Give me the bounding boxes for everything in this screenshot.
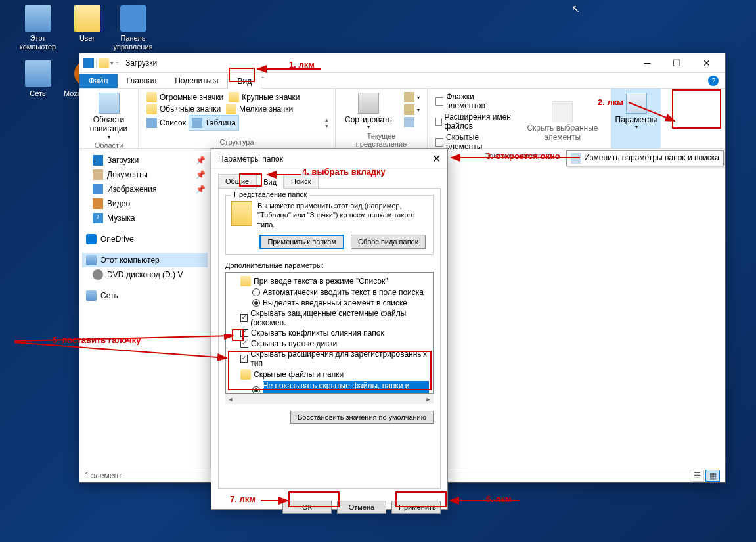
dialog-title: Параметры папок (218, 154, 283, 164)
view-details-button[interactable]: ☰ (690, 470, 704, 482)
view-icons-button[interactable]: ▦ (705, 470, 720, 482)
tab-file[interactable]: Файл (79, 74, 118, 88)
close-button[interactable]: ✕ (692, 54, 721, 72)
layout-list[interactable]: Список (144, 115, 189, 131)
dvd-icon (93, 269, 103, 280)
group-by-button[interactable]: ▾ (401, 91, 422, 103)
maximize-button[interactable]: ☐ (662, 54, 692, 72)
ok-button[interactable]: ОК (282, 501, 332, 514)
show-extensions[interactable]: Расширения имен файлов (433, 112, 514, 131)
help-icon[interactable]: ? (708, 76, 719, 86)
tab-home[interactable]: Главная (118, 74, 166, 88)
music-icon: ♪ (93, 213, 103, 223)
ribbon-expand-icon[interactable]: ˇ (261, 76, 264, 85)
checkbox-icon (435, 97, 443, 106)
apply-button[interactable]: Применить (391, 501, 441, 514)
hide-icon (552, 101, 573, 122)
advanced-settings-list[interactable]: При вводе текста в режиме "Список" Автом… (225, 272, 434, 394)
layout-normal[interactable]: Обычные значки (144, 103, 223, 115)
adv-hide-system[interactable]: Скрывать защищенные системные файлы (рек… (229, 308, 430, 328)
adv-auto-type[interactable]: Автоматически вводить текст в поле поиск… (229, 287, 430, 298)
folderview-legend: Представление папок (231, 191, 309, 198)
control-panel-icon (120, 5, 146, 32)
network-icon (86, 290, 97, 301)
tree-video[interactable]: Видео (82, 196, 208, 211)
layout-huge[interactable]: Огромные значки (144, 91, 226, 103)
adv-hide-merge[interactable]: Скрывать конфликты слияния папок (229, 328, 430, 338)
tree-downloads[interactable]: ↓Загрузки📌 (82, 153, 208, 168)
horizontal-scrollbar[interactable]: ◄ ► (225, 394, 434, 404)
sort-button[interactable]: Сортировать ▾ (341, 91, 396, 132)
desktop-icon-user[interactable]: User (62, 5, 112, 43)
dialog-tab-search[interactable]: Поиск (284, 174, 318, 188)
group-icon (404, 92, 414, 102)
layout-table[interactable]: Таблица (189, 115, 239, 131)
chevron-down-icon: ▾ (635, 124, 638, 131)
dialog-tab-view[interactable]: Вид (256, 175, 284, 189)
tree-onedrive[interactable]: OneDrive (82, 232, 208, 246)
size-columns-button[interactable] (401, 116, 422, 128)
scroll-right-icon[interactable]: ► (423, 394, 434, 404)
dropdown-arrow-icon[interactable]: ▾ = (110, 60, 119, 66)
pin-icon: 📌 (196, 185, 204, 194)
layout-small[interactable]: Мелкие значки (223, 103, 296, 115)
dialog-titlebar: Параметры папок ✕ (211, 149, 447, 169)
navigation-tree[interactable]: ↓Загрузки📌 Документы📌 Изображения📌 Видео… (79, 149, 211, 468)
adv-select-typed[interactable]: Выделять введенный элемент в списке (229, 298, 430, 308)
tab-share[interactable]: Поделиться (166, 74, 227, 88)
pin-icon: 📌 (196, 156, 204, 165)
titlebar: | ▾ = Загрузки ─ ☐ ✕ (79, 53, 725, 73)
hide-selected-button[interactable]: Скрыть выбранные элементы (520, 91, 606, 152)
folder-icon (240, 369, 251, 380)
video-icon (93, 198, 103, 209)
checkbox-checked-icon (240, 314, 248, 322)
sort-icon (358, 93, 379, 114)
folder-icon (231, 201, 252, 226)
tree-pictures[interactable]: Изображения📌 (82, 182, 208, 196)
tree-network[interactable]: Сеть (82, 288, 208, 303)
folderview-text: Вы можете применить этот вид (например, … (257, 201, 428, 229)
pc-icon (86, 255, 97, 265)
navigation-pane-icon (99, 93, 120, 114)
show-checkboxes[interactable]: Флажки элементов (433, 91, 514, 111)
adv-dont-show-hidden[interactable]: Не показывать скрытые файлы, папки и дис… (229, 380, 430, 394)
radio-checked-icon (252, 299, 260, 307)
cancel-button[interactable]: Отмена (337, 501, 386, 514)
tree-music[interactable]: ♪Музыка (82, 211, 208, 225)
user-folder-icon (74, 5, 100, 32)
separator: | (95, 58, 97, 68)
adv-hide-ext[interactable]: Скрывать расширения для зарегистрированн… (229, 349, 430, 369)
add-columns-button[interactable]: ▾ (401, 104, 422, 116)
navigation-pane-button[interactable]: Области навигации ▾ (85, 91, 133, 141)
pictures-icon (93, 184, 103, 194)
desktop-icon-this-pc[interactable]: Этот компьютер (13, 5, 62, 51)
options-button[interactable]: Параметры ▾ (617, 91, 656, 132)
minimize-button[interactable]: ─ (633, 54, 662, 72)
documents-icon (93, 169, 103, 180)
options-icon (571, 153, 581, 164)
layout-more-icon[interactable]: ▴▾ (324, 115, 330, 131)
annotation-6: 6. лкм (486, 494, 512, 504)
adv-hide-empty[interactable]: Скрывать пустые диски (229, 338, 430, 349)
restore-defaults-button[interactable]: Восстановить значения по умолчанию (290, 411, 434, 424)
dialog-tab-general[interactable]: Общие (218, 174, 256, 188)
dialog-close-button[interactable]: ✕ (432, 152, 441, 165)
tree-dvd[interactable]: DVD-дисковод (D:) V (82, 267, 208, 282)
advanced-label: Дополнительные параметры: (225, 261, 434, 269)
scroll-left-icon[interactable]: ◄ (225, 394, 236, 404)
layout-icon (146, 104, 157, 114)
chevron-down-icon: ▾ (367, 124, 370, 131)
reset-folders-button[interactable]: Сброс вида папок (351, 235, 426, 249)
checkbox-icon (435, 118, 442, 126)
desktop-icon-control-panel[interactable]: Панель управления (108, 5, 158, 51)
tab-view[interactable]: Вид (227, 74, 261, 89)
item-count: 1 элемент (85, 471, 122, 480)
tree-documents[interactable]: Документы📌 (82, 168, 208, 182)
options-icon (626, 93, 647, 114)
desktop-icon-network[interactable]: Сеть (13, 60, 62, 98)
layout-large[interactable]: Крупные значки (226, 91, 302, 103)
tree-this-pc[interactable]: Этот компьютер (82, 253, 208, 267)
checkbox-icon (435, 138, 443, 147)
apply-to-folders-button[interactable]: Применить к папкам (259, 235, 344, 249)
down-arrow-icon[interactable] (83, 58, 94, 68)
